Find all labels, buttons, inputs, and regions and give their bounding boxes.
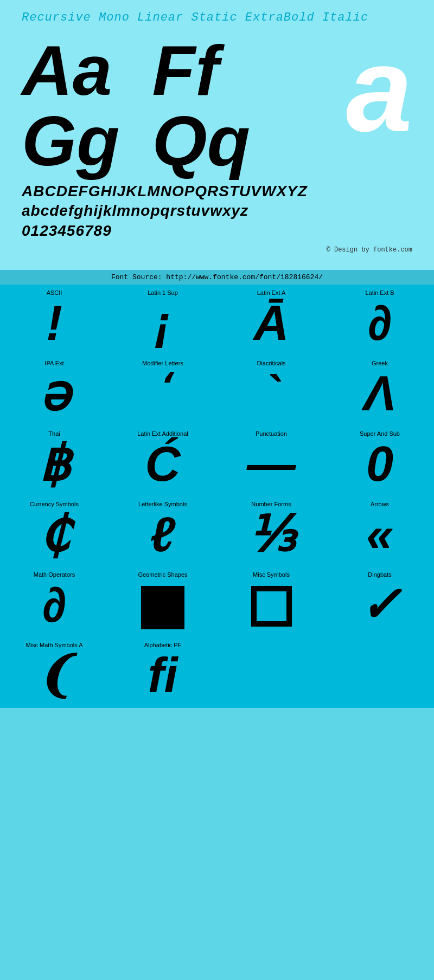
category-diacriticals: Diacriticals	[257, 360, 285, 366]
category-superandsub: Super And Sub	[360, 430, 400, 437]
category-punctuation: Punctuation	[256, 430, 287, 437]
glyph-cell-miscmatha: Misc Math Symbols A ❨	[0, 637, 108, 708]
alphabet-lower: abcdefghijklmnopqrstuvwxyz	[22, 201, 412, 221]
category-miscsymbols: Misc Symbols	[253, 571, 290, 578]
glyph-cell-superandsub: Super And Sub 0	[326, 426, 434, 497]
glyph-pair-fq: Ff Qq	[152, 35, 251, 176]
glyph-cell-empty1	[217, 637, 326, 708]
category-greek: Greek	[372, 360, 388, 366]
glyph-cell-arrows: Arrows «	[326, 497, 434, 567]
category-numberforms: Number Forms	[251, 501, 291, 507]
char-punctuation: —	[247, 440, 296, 488]
char-ascii: !	[46, 299, 62, 347]
char-ipaext: ə	[40, 369, 69, 418]
category-latin1sup: Latin 1 Sup	[148, 289, 178, 296]
char-greek: Λ	[363, 369, 396, 418]
glyph-cell-alphabeticpf: Alphabetic PF ﬁ	[108, 637, 217, 708]
glyph-cell-greek: Greek Λ	[326, 356, 434, 426]
glyph-a-white: a	[346, 30, 412, 149]
char-numberforms: ⅓	[248, 510, 295, 559]
source-text: Font Source: http://www.fontke.com/font/…	[111, 273, 323, 281]
char-letterlike: ℓ	[150, 510, 175, 559]
glyph-cell-currency: Currency Symbols ₵	[0, 497, 108, 567]
geo-square-filled	[141, 586, 184, 629]
glyph-cell-thai: Thai ฿	[0, 426, 108, 497]
glyph-cell-mathops: Math Operators ∂	[0, 567, 108, 637]
source-bar: Font Source: http://www.fontke.com/font/…	[0, 270, 434, 285]
char-mathops: ∂	[42, 581, 66, 629]
char-dingbats: ✓	[360, 581, 400, 629]
category-currency: Currency Symbols	[30, 501, 79, 507]
category-ascii: ASCII	[47, 289, 62, 296]
char-currency: ₵	[39, 510, 70, 559]
glyph-cell-dingbats: Dingbats ✓	[326, 567, 434, 637]
category-arrows: Arrows	[371, 501, 389, 507]
glyph-cell-latinextb: Latin Ext B ∂	[326, 285, 434, 356]
char-alphabeticpf: ﬁ	[148, 651, 178, 700]
category-latinextadd: Latin Ext Additional	[137, 430, 188, 437]
large-glyphs: Aa Gg Ff Qq a	[22, 35, 412, 176]
category-latinexta: Latin Ext A	[257, 289, 286, 296]
category-miscmatha: Misc Math Symbols A	[25, 642, 82, 648]
glyph-cell-ascii: ASCII !	[0, 285, 108, 356]
char-diacriticals: `	[263, 369, 279, 418]
category-geoshapes: Geometric Shapes	[138, 571, 187, 578]
char-latinextb: ∂	[368, 299, 392, 347]
glyph-cell-miscsymbols: Misc Symbols	[217, 567, 326, 637]
glyph-cell-letterlike: Letterlike Symbols ℓ	[108, 497, 217, 567]
char-miscmatha: ❨	[34, 651, 75, 700]
char-superandsub: 0	[366, 440, 393, 488]
char-latinextadd: Ć	[145, 440, 181, 488]
category-latinextb: Latin Ext B	[365, 289, 394, 296]
glyph-cell-diacriticals: Diacriticals `	[217, 356, 326, 426]
category-letterlike: Letterlike Symbols	[138, 501, 187, 507]
category-alphabeticpf: Alphabetic PF	[144, 642, 181, 648]
glyph-cell-numberforms: Number Forms ⅓	[217, 497, 326, 567]
geo-square-outline	[251, 586, 292, 627]
alphabet-section: ABCDEFGHIJKLMNOPQRSTUVWXYZ abcdefghijklm…	[22, 182, 412, 241]
glyph-qq: Qq	[152, 106, 251, 176]
glyph-cell-modifierletters: Modifier Letters ʻ	[108, 356, 217, 426]
glyph-aa: Aa	[22, 35, 120, 106]
glyph-cell-latinextadd: Latin Ext Additional Ć	[108, 426, 217, 497]
glyph-grid: ASCII ! Latin 1 Sup ¡ Latin Ext A Ā Lati…	[0, 285, 434, 708]
top-section: Recursive Mono Linear Static ExtraBold I…	[0, 0, 434, 270]
glyph-cell-latin1sup: Latin 1 Sup ¡	[108, 285, 217, 356]
category-mathops: Math Operators	[34, 571, 75, 578]
glyph-cell-ipaext: IPA Ext ə	[0, 356, 108, 426]
glyph-ff: Ff	[152, 35, 251, 106]
glyph-cell-empty2	[326, 637, 434, 708]
glyph-cell-geoshapes: Geometric Shapes	[108, 567, 217, 637]
main-section: ASCII ! Latin 1 Sup ¡ Latin Ext A Ā Lati…	[0, 285, 434, 708]
char-thai: ฿	[39, 440, 70, 488]
glyph-pair-af: Aa Gg	[22, 35, 120, 176]
category-thai: Thai	[48, 430, 60, 437]
char-arrows: «	[366, 510, 393, 559]
category-ipaext: IPA Ext	[44, 360, 63, 366]
glyph-cell-punctuation: Punctuation —	[217, 426, 326, 497]
digits: 0123456789	[22, 221, 412, 241]
char-modifierletters: ʻ	[157, 369, 169, 407]
category-modifierletters: Modifier Letters	[142, 360, 183, 366]
char-latinexta: Ā	[254, 299, 289, 347]
char-latin1sup: ¡	[155, 299, 171, 347]
glyph-gg: Gg	[22, 106, 120, 176]
copyright: © Design by fontke.com	[22, 246, 412, 254]
alphabet-upper: ABCDEFGHIJKLMNOPQRSTUVWXYZ	[22, 182, 412, 201]
glyph-cell-latinexta: Latin Ext A Ā	[217, 285, 326, 356]
category-dingbats: Dingbats	[368, 571, 391, 578]
